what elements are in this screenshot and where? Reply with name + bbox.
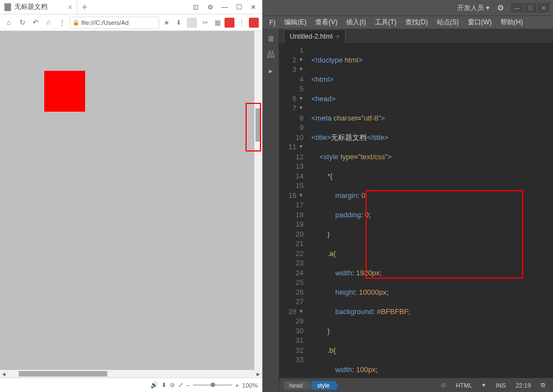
browser-toolbar: ⌂ ↻ ↶ ☆ ⋮ 🔒 file:///C:/Users/Ad ★ ⬇ ✂ ▦ … — [0, 14, 262, 31]
code-editor[interactable]: 12 ▼3 ▼456 ▼7 ▼891011 ▼1213141516 ▼17181… — [279, 43, 553, 378]
menu-edit[interactable]: 编辑(E) — [280, 16, 311, 29]
menu-help[interactable]: 帮助(H) — [496, 16, 528, 29]
breadcrumb-style[interactable]: style — [311, 381, 335, 390]
preview-icon[interactable]: ⧉ — [538, 381, 549, 389]
extension-icon[interactable] — [225, 18, 234, 28]
favorite-button[interactable]: ☆ — [43, 17, 54, 28]
zoom-value: 100% — [242, 382, 258, 389]
zoom-out-icon[interactable]: − — [186, 382, 190, 389]
editor-main: Untitled-2.html × 12 ▼3 ▼456 ▼7 ▼891011 … — [279, 29, 553, 392]
scroll-left-icon[interactable]: ◄ — [0, 371, 8, 377]
browser-window-controls: ⊡ ⚙ — ☐ ✕ — [191, 3, 262, 12]
shield-icon[interactable]: ⊘ — [170, 381, 175, 389]
menu-icon[interactable]: ⋮ — [237, 18, 247, 28]
zoom-in-icon[interactable]: + — [235, 382, 238, 389]
new-tab-button[interactable]: + — [77, 2, 92, 12]
editor-tab[interactable]: Untitled-2.html × — [284, 29, 346, 43]
chevron-down-icon[interactable]: ▾ — [479, 381, 489, 389]
vertical-scrollbar[interactable] — [254, 31, 262, 370]
back-button[interactable]: ↶ — [30, 17, 41, 28]
menu-view[interactable]: 查看(V) — [311, 16, 342, 29]
collapse-icon[interactable]: ▸ — [269, 66, 273, 75]
tab-close-icon[interactable]: × — [68, 3, 72, 12]
breadcrumb-head[interactable]: head — [284, 381, 308, 390]
editor-pane: 开发人员 ▾ ⚙ — ☐ ✕ F) 编辑(E) 查看(V) 插入(I) 工具(T… — [263, 0, 553, 392]
download-icon[interactable]: ⬇ — [174, 18, 184, 28]
menu-insert[interactable]: 插入(I) — [342, 16, 370, 29]
expand-icon[interactable]: ⤢ — [178, 381, 183, 389]
tab-close-icon[interactable]: × — [336, 33, 339, 40]
menu-site[interactable]: 站点(S) — [432, 16, 463, 29]
speaker-icon[interactable]: 🔊 — [150, 381, 158, 389]
browser-tab[interactable]: 无标题文档 × — [0, 0, 77, 14]
files-icon[interactable]: 🗎 — [267, 34, 275, 43]
tab-title: 无标题文档 — [14, 2, 48, 12]
home-button[interactable]: ⌂ — [3, 17, 14, 28]
horizontal-scrollbar[interactable]: ◄ ► — [0, 370, 262, 378]
toolbar-right: ★ ⬇ ✂ ▦ ⋮ — [161, 18, 259, 28]
gear-icon[interactable]: ⚙ — [497, 3, 504, 12]
menu-find[interactable]: 查找(D) — [401, 16, 432, 29]
developer-dropdown[interactable]: 开发人员 ▾ — [454, 2, 493, 14]
editor-titlebar: 开发人员 ▾ ⚙ — ☐ ✕ — [263, 0, 553, 15]
editor-sidebar: 🗎 品 ▸ — [263, 29, 279, 392]
menu-window[interactable]: 窗口(W) — [463, 16, 496, 29]
check-icon[interactable]: ⊘ — [437, 381, 449, 389]
zoom-handle[interactable] — [211, 383, 215, 387]
vertical-scroll-thumb[interactable] — [255, 108, 261, 142]
structure-icon[interactable]: 品 — [267, 50, 275, 60]
scroll-right-icon[interactable]: ► — [254, 371, 262, 377]
minimize-icon[interactable]: — — [220, 3, 229, 12]
close-icon[interactable]: ✕ — [538, 3, 550, 13]
status-lang[interactable]: HTML — [452, 382, 476, 389]
close-icon[interactable]: ✕ — [249, 3, 258, 12]
line-gutter: 12 ▼3 ▼456 ▼7 ▼891011 ▼1213141516 ▼17181… — [279, 43, 307, 378]
download2-icon[interactable]: ⬇ — [161, 381, 166, 389]
more-button[interactable]: ⋮ — [56, 17, 67, 28]
editor-body: 🗎 品 ▸ Untitled-2.html × 12 ▼3 ▼456 ▼7 ▼8… — [263, 29, 553, 392]
horizontal-scroll-thumb[interactable] — [19, 371, 107, 377]
avatar-icon[interactable] — [249, 18, 259, 28]
status-pos: 22:19 — [512, 382, 534, 389]
browser-statusbar: 🔊 ⬇ ⊘ ⤢ − + 100% — [0, 378, 262, 392]
lock-icon: 🔒 — [72, 19, 79, 25]
editor-window-controls: — ☐ ✕ — [511, 3, 550, 13]
settings-icon[interactable]: ⚙ — [206, 3, 215, 12]
editor-tabs: Untitled-2.html × — [279, 29, 553, 43]
browser-pane: 无标题文档 × + ⊡ ⚙ — ☐ ✕ ⌂ ↻ ↶ ☆ ⋮ 🔒 file:///… — [0, 0, 263, 392]
red-fixed-box — [44, 71, 85, 112]
url-text: file:///C:/Users/Ad — [81, 19, 129, 26]
separator — [187, 18, 197, 28]
code-content[interactable]: <!doctype html> <html> <head> <meta char… — [307, 43, 553, 378]
chevron-down-icon: ▾ — [486, 4, 489, 12]
tab-label: Untitled-2.html — [290, 33, 332, 40]
menu-tool[interactable]: 工具(T) — [371, 16, 401, 29]
browser-viewport — [0, 31, 262, 370]
browser-tabbar: 无标题文档 × + ⊡ ⚙ — ☐ ✕ — [0, 0, 262, 14]
qr-icon[interactable]: ▦ — [212, 18, 222, 28]
menu-file-partial[interactable]: F) — [265, 17, 280, 28]
editor-statusbar: head style ⊘ HTML ▾ INS 22:19 ⧉ — [279, 378, 553, 392]
scroll-track[interactable] — [8, 371, 254, 377]
pip-icon[interactable]: ⊡ — [191, 3, 200, 12]
maximize-icon[interactable]: ☐ — [524, 3, 536, 13]
minimize-icon[interactable]: — — [511, 3, 523, 13]
editor-menubar: F) 编辑(E) 查看(V) 插入(I) 工具(T) 查找(D) 站点(S) 窗… — [263, 15, 553, 29]
document-icon — [4, 3, 11, 11]
zoom-slider[interactable] — [193, 384, 232, 386]
star-icon[interactable]: ★ — [161, 18, 171, 28]
reload-button[interactable]: ↻ — [17, 17, 28, 28]
address-bar[interactable]: 🔒 file:///C:/Users/Ad — [70, 17, 159, 29]
status-ins[interactable]: INS — [492, 382, 509, 389]
maximize-icon[interactable]: ☐ — [234, 3, 243, 12]
scissors-icon[interactable]: ✂ — [200, 18, 210, 28]
